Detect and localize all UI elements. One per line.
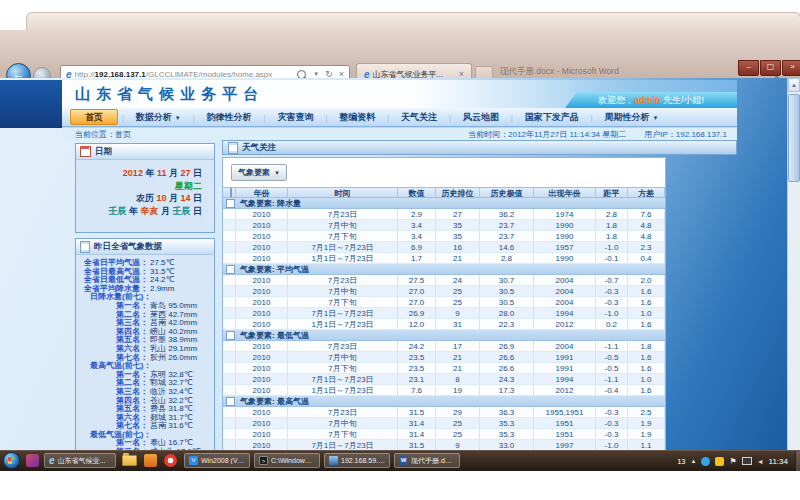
pinned-app-icon[interactable] [26, 454, 39, 467]
volume-icon[interactable]: ◄ [757, 458, 764, 465]
nav-item-1[interactable]: 数据分析▼ [124, 111, 193, 124]
group-checkbox[interactable] [226, 397, 235, 406]
tray-app-icon[interactable] [701, 457, 710, 466]
chevron-down-icon: ▼ [653, 115, 659, 121]
username: admin [634, 95, 661, 105]
ganzhi-unit: 年 [126, 206, 140, 216]
row-indent-cell [223, 220, 236, 230]
rank-value: 临沂 32.4℃ [150, 387, 193, 396]
clock[interactable]: 11:34 [769, 457, 788, 466]
table-row: 20107月中旬31.42535.31951-0.31.9 [223, 418, 665, 429]
table-cell: -1.0 [596, 440, 628, 450]
table-cell: 0.2 [596, 319, 628, 329]
table-cell: 2012 [534, 385, 596, 395]
column-header: 历史排位 [436, 188, 480, 197]
table-cell: -0.3 [596, 297, 628, 307]
table-cell: 1994 [534, 374, 596, 384]
windows-flag-icon [8, 457, 15, 464]
group-checkbox[interactable] [226, 199, 235, 208]
nav-item-7[interactable]: 国家下发产品 [513, 111, 591, 124]
table-cell: 2010 [236, 297, 288, 307]
close-icon[interactable]: × [782, 60, 800, 76]
checkbox[interactable] [230, 188, 232, 197]
table-cell: 1990 [534, 220, 596, 230]
nav-item-2[interactable]: 韵律性分析 [195, 111, 264, 124]
table-row: 20107月23日27.52430.72004-0.72.0 [223, 275, 665, 286]
table-row: 20107月23日31.52936.31955,1951-0.32.5 [223, 407, 665, 418]
table-group-row: 气象要素: 最高气温 [223, 396, 665, 407]
minimize-icon[interactable]: – [738, 60, 759, 76]
explorer-folder-icon[interactable] [122, 455, 137, 466]
table-cell: 1.6 [628, 286, 665, 296]
table-cell: 2004 [534, 297, 596, 307]
taskbar-button-cmd[interactable]: >C:\Windows\s... [254, 453, 320, 468]
vm-icon: V [189, 456, 198, 465]
table-cell: 2010 [236, 319, 288, 329]
table-cell: 2.8 [480, 253, 534, 263]
rank-value: 胶州 26.0mm [150, 353, 197, 362]
window-controls: – ▢ × [737, 60, 800, 76]
table-cell: 2010 [236, 209, 288, 219]
table-cell: 25 [436, 418, 480, 428]
header-left-block [0, 80, 62, 128]
table-cell: 7月中旬 [288, 286, 398, 296]
nav-item-6[interactable]: 风云地图 [451, 111, 511, 124]
group-checkbox[interactable] [226, 265, 235, 274]
table-cell: 1月1日～7月23日 [288, 385, 398, 395]
table-cell: 1951 [534, 418, 596, 428]
table-cell: 7月下旬 [288, 231, 398, 241]
show-desktop-button[interactable] [795, 451, 800, 471]
column-header: 历史极值 [480, 188, 534, 197]
page-scrollbar[interactable]: ▲ ▼ [787, 78, 800, 470]
table-cell: 7月1日～7月23日 [288, 242, 398, 252]
nav-item-5[interactable]: 天气关注 [389, 111, 449, 124]
table-cell: 2.8 [596, 209, 628, 219]
table-cell: -0.5 [596, 352, 628, 362]
table-cell: 7月1日～7月23日 [288, 374, 398, 384]
table-cell: 2010 [236, 440, 288, 450]
pinned-app-icon[interactable] [144, 454, 157, 467]
table-cell: 1.6 [628, 363, 665, 373]
nav-item-0[interactable]: 首页 [70, 109, 118, 125]
weather-panel-body: 全省日平均气温：27.5℃全省日最高气温：31.5℃全省日最低气温：24.2℃全… [76, 255, 214, 470]
scrollbar-thumb[interactable] [788, 94, 800, 182]
tray-expand-icon[interactable]: ▲ [691, 458, 697, 464]
row-indent-cell [223, 341, 236, 351]
table-cell: 25 [436, 286, 480, 296]
ime-badge[interactable]: 13 [677, 457, 685, 466]
stat-value: 27.5℃ [150, 258, 175, 267]
breadcrumb: 当前位置：首页 [75, 129, 131, 140]
network-icon[interactable] [742, 457, 752, 465]
nav-item-3[interactable]: 灾害查询 [265, 111, 325, 124]
column-header: 数值 [398, 188, 436, 197]
word-icon: W [399, 456, 408, 465]
nav-item-4[interactable]: 整编资料 [327, 111, 387, 124]
table-cell: 30.7 [480, 275, 534, 285]
rank-value: 乳山 29.1mm [150, 344, 197, 353]
taskbar-button-vm[interactable]: VWin2008 (VS2... [184, 453, 250, 468]
table-cell: -1.1 [596, 374, 628, 384]
group-checkbox[interactable] [226, 331, 235, 340]
table-cell: 25 [436, 297, 480, 307]
action-center-flag-icon[interactable]: ⚑ [729, 457, 736, 466]
element-filter-button[interactable]: 气象要素 ▼ [231, 164, 287, 181]
screen: ← → e http://192.168.137.1/GLCCLIMATE/mo… [0, 0, 800, 500]
rdp-icon [329, 456, 338, 465]
maximize-icon[interactable]: ▢ [760, 60, 781, 76]
table-cell: 7月23日 [288, 341, 398, 351]
group-name: 气象要素: 降水量 [240, 198, 301, 209]
taskbar-ie-button[interactable]: e 山东省气候业... [44, 453, 116, 468]
rank-value: 郓城 32.7℃ [150, 378, 193, 387]
taskbar-button-rdp[interactable]: 192.168.59.99... [324, 453, 390, 468]
pinned-app-icon[interactable] [164, 454, 177, 467]
nav-item-8[interactable]: 周期性分析▼ [593, 111, 671, 124]
table-cell: 2.0 [628, 275, 665, 285]
scroll-up-icon[interactable]: ▲ [788, 78, 800, 92]
tray-app-icon[interactable] [715, 457, 724, 466]
taskbar-button-word[interactable]: W现代手册.docx ... [394, 453, 460, 468]
start-button[interactable] [3, 452, 20, 469]
group-name: 气象要素: 最高气温 [240, 396, 309, 407]
page-title: 山东省气候业务平台 [75, 85, 264, 104]
table-cell: 31.4 [398, 418, 436, 428]
table-cell: 1991 [534, 352, 596, 362]
